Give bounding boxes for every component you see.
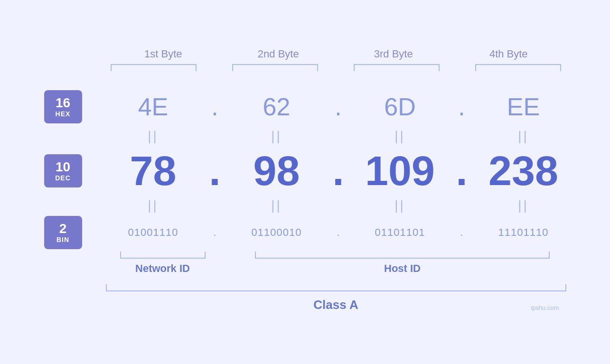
dot-bin-3: . [448, 226, 476, 239]
bin-badge-label: BIN [56, 236, 69, 243]
bracket-4 [475, 64, 562, 74]
hex-badge-num: 16 [56, 96, 70, 111]
top-brackets-row [44, 64, 566, 74]
sep2-1: || [106, 195, 201, 216]
byte-header-3: 3rd Byte [346, 48, 441, 60]
dec-badge-label: DEC [55, 174, 71, 182]
watermark: ipshu.com [531, 304, 559, 311]
sep2-4: || [476, 195, 571, 216]
hex-value-4: EE [476, 88, 571, 126]
hex-badge-label: HEX [56, 110, 71, 118]
dec-value-4: 238 [476, 150, 571, 192]
byte-header-2: 2nd Byte [231, 48, 326, 60]
bracket-3 [354, 64, 440, 74]
dot-dec-3: . [448, 147, 476, 195]
host-id-label: Host ID [384, 262, 421, 275]
hex-badge: 16 HEX [44, 90, 82, 123]
dec-badge-num: 10 [56, 160, 70, 175]
main-grid: 16 HEX 4E . 62 . 6D . EE || || || || 10 … [44, 88, 566, 249]
host-id-section: Host ID [239, 252, 566, 275]
network-id-bracket [120, 252, 206, 259]
network-id-section: Network ID [106, 252, 220, 275]
sep2-3: || [353, 195, 448, 216]
main-container: 1st Byte 2nd Byte 3rd Byte 4th Byte 16 H… [44, 48, 566, 316]
bin-badge-num: 2 [59, 222, 67, 236]
dec-badge: 10 DEC [44, 154, 82, 187]
byte-header-4: 4th Byte [461, 48, 556, 60]
class-label: Class A [106, 294, 566, 316]
bottom-brackets-area: Network ID Host ID [44, 252, 566, 275]
network-id-label: Network ID [135, 262, 190, 275]
dec-value-1: 78 [106, 150, 201, 192]
sep2-2: || [229, 195, 324, 216]
sep1-2: || [229, 126, 324, 147]
bin-badge: 2 BIN [44, 216, 82, 249]
dec-value-2: 98 [229, 150, 324, 192]
bin-value-1: 01001110 [106, 222, 201, 243]
byte-header-1: 1st Byte [116, 48, 211, 60]
bin-value-3: 01101101 [353, 222, 448, 243]
sep1-1: || [106, 126, 201, 147]
bin-value-4: 11101110 [476, 222, 571, 243]
host-id-bracket [255, 252, 550, 259]
sep1-4: || [476, 126, 571, 147]
byte-headers-row: 1st Byte 2nd Byte 3rd Byte 4th Byte [44, 48, 566, 60]
dot-dec-1: . [201, 147, 229, 195]
dec-value-3: 109 [353, 150, 448, 192]
bracket-1 [111, 64, 197, 74]
hex-value-3: 6D [353, 88, 448, 126]
dot-hex-3: . [448, 93, 476, 121]
hex-value-1: 4E [106, 88, 201, 126]
dot-bin-2: . [324, 226, 353, 239]
class-section: Class A [44, 284, 566, 316]
sep1-3: || [353, 126, 448, 147]
dot-hex-2: . [324, 93, 353, 121]
class-bracket [106, 284, 566, 291]
dot-dec-2: . [324, 147, 353, 195]
bracket-2 [232, 64, 319, 74]
dot-hex-1: . [201, 93, 229, 121]
dot-bin-1: . [201, 226, 229, 239]
bin-value-2: 01100010 [229, 222, 324, 243]
hex-value-2: 62 [229, 88, 324, 126]
